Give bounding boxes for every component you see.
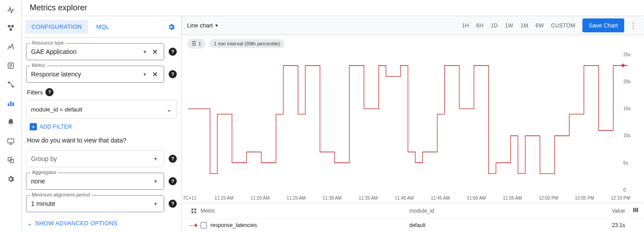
metric-value: Response latency [31,71,140,78]
svg-point-2 [9,28,12,31]
svg-text:10s: 10s [623,133,631,138]
help-icon[interactable]: ? [169,155,177,163]
svg-text:12:05 PM: 12:05 PM [575,195,594,201]
show-advanced-button[interactable]: ⌄ SHOW ADVANCED OPTIONS [27,219,177,227]
svg-text:0: 0 [623,187,626,192]
caret-down-icon: ▼ [140,72,149,77]
svg-text:11:45 AM: 11:45 AM [431,195,450,201]
columns-icon[interactable] [625,207,639,214]
legend-header-metric[interactable]: Metric [201,208,409,214]
svg-text:11:35 AM: 11:35 AM [359,195,378,201]
group-by-select[interactable]: Group by ▼ [26,150,164,167]
svg-text:11:40 AM: 11:40 AM [395,195,414,201]
caret-down-icon: ▼ [151,156,160,161]
svg-rect-7 [10,102,11,107]
clear-metric-icon[interactable]: ✕ [149,70,160,79]
time-range-6w[interactable]: 6W [532,20,548,31]
legend-row-value: 23.1s [598,222,625,228]
nav-services-icon[interactable] [5,60,16,71]
svg-point-0 [8,25,10,27]
tab-configuration[interactable]: CONFIGURATION [25,20,88,34]
time-range-1m[interactable]: 1M [517,20,532,31]
time-range-1d[interactable]: 1D [487,20,501,31]
nav-slo-icon[interactable] [5,79,16,90]
nav-groups-icon[interactable] [5,155,16,165]
filters-label: Filters ? [27,88,177,96]
aggregator-label: Aggregator [30,170,58,175]
help-icon[interactable]: ? [169,177,177,185]
chart-plot: 05s10s15s20s25sUTC+1111:15 AM11:20 AM11:… [183,52,639,203]
svg-rect-32 [192,208,193,210]
alignment-label: Minimum alignment period [30,192,92,197]
legend-header-module[interactable]: module_id [409,208,598,214]
clear-resource-icon[interactable]: ✕ [149,48,160,56]
svg-rect-36 [633,208,635,212]
aggregator-value: none [31,178,151,185]
tab-mql[interactable]: MQL [90,20,116,34]
metric-select[interactable]: Metric Response latency ▼ ✕ [26,66,164,83]
help-icon[interactable]: ? [45,88,54,96]
group-by-label: Group by [31,155,151,162]
chart-type-select[interactable]: Line chart ▼ [187,22,219,29]
help-icon[interactable]: ? [169,200,177,208]
chart-area: Line chart ▼ 1H6H1D1W1M6WCUSTOM Save Cha… [182,16,644,232]
caret-down-icon: ▼ [215,23,219,28]
legend-row-module: default [409,222,598,228]
resource-type-value: GAE Application [31,48,140,55]
time-range-1h[interactable]: 1H [458,20,473,31]
config-panel: CONFIGURATION MQL Resource type GAE Appl… [22,16,182,232]
svg-text:11:15 AM: 11:15 AM [215,195,233,201]
series-checkbox[interactable] [201,222,207,228]
resource-type-label: Resource type [30,40,66,45]
filter-count-chip[interactable]: ☰ 1 [187,39,206,49]
time-range-custom[interactable]: CUSTOM [547,20,579,31]
svg-text:11:55 AM: 11:55 AM [503,195,522,201]
filter-text: module_id = default [31,106,82,113]
save-chart-button[interactable]: Save Chart [582,18,624,32]
interval-chip[interactable]: 1 min interval (99th percentile) [209,39,285,48]
svg-text:11:30 AM: 11:30 AM [323,195,342,201]
alignment-select[interactable]: Minimum alignment period 1 minute ▼ [26,195,164,212]
nav-monitoring-icon[interactable] [5,4,16,14]
svg-text:12:00 PM: 12:00 PM [539,195,558,201]
svg-rect-37 [635,208,636,212]
svg-point-1 [11,25,13,27]
config-settings-icon[interactable] [165,21,178,33]
time-range-6h[interactable]: 6H [473,20,487,31]
alignment-value: 1 minute [31,200,151,207]
caret-down-icon: ▼ [151,179,160,184]
svg-rect-34 [192,211,193,213]
time-range-1w[interactable]: 1W [501,20,517,31]
svg-rect-6 [8,103,9,106]
svg-text:★: ★ [621,62,626,69]
legend-row[interactable]: ─★ response_latencies default 23.1s [182,218,644,232]
funnel-icon: ☰ [192,40,197,47]
svg-text:5s: 5s [623,160,628,165]
caret-down-icon: ▼ [140,49,149,54]
nav-uptime-icon[interactable] [5,136,16,147]
svg-text:11:20 AM: 11:20 AM [250,195,269,201]
more-menu-icon[interactable]: ⋮ [628,21,639,30]
nav-dashboards-icon[interactable] [5,41,16,52]
aggregator-select[interactable]: Aggregator none ▼ [26,173,164,190]
svg-rect-8 [12,103,13,106]
svg-point-4 [8,81,10,84]
legend-header-value[interactable]: Value [598,208,625,214]
svg-rect-35 [194,211,196,213]
filter-item[interactable]: module_id = default ⌄ [26,100,177,119]
svg-rect-38 [637,208,638,212]
caret-down-icon: ▼ [151,201,160,206]
resource-type-select[interactable]: Resource type GAE Application ▼ ✕ [26,43,164,60]
plus-icon: + [30,123,37,130]
nav-settings-icon[interactable] [5,174,16,184]
series-marker-icon: ─★ [187,222,201,228]
legend-table: Metric module_id Value ─★ response_laten… [182,203,644,232]
nav-alerting-icon[interactable] [5,117,16,128]
help-icon[interactable]: ? [169,70,177,78]
svg-rect-33 [194,208,196,210]
page-title: Metrics explorer [22,0,644,16]
nav-metrics-icon[interactable] [5,98,16,109]
help-icon[interactable]: ? [169,48,177,56]
add-filter-button[interactable]: + ADD FILTER [30,123,177,130]
nav-overview-icon[interactable] [5,22,16,33]
